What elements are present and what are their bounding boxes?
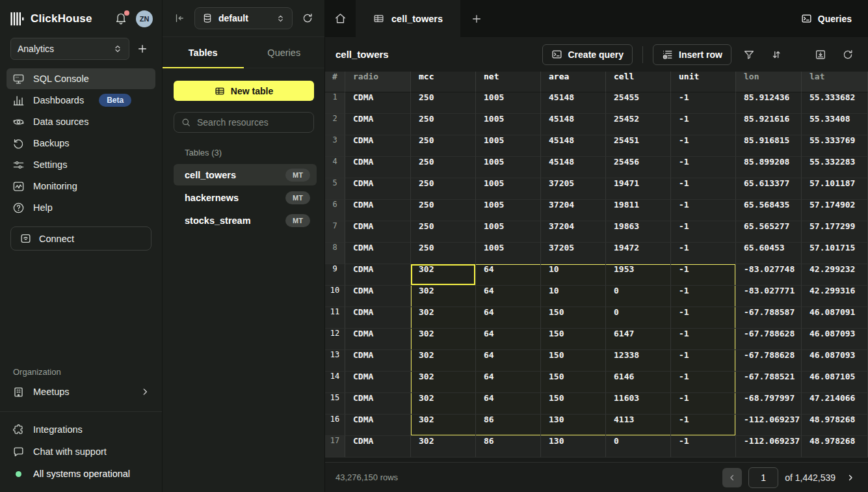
cell-area-row15[interactable]: 150 xyxy=(541,393,606,415)
column-header-cell[interactable]: cell xyxy=(606,72,671,92)
cell-cell-row1[interactable]: 25455 xyxy=(606,92,671,114)
cell-net-row4[interactable]: 1005 xyxy=(476,157,541,178)
row-number[interactable]: 5 xyxy=(325,178,345,200)
cell-unit-row10[interactable]: -1 xyxy=(671,286,736,307)
cell-lat-row3[interactable]: 55.333769 xyxy=(802,135,868,157)
cell-net-row16[interactable]: 86 xyxy=(476,415,541,436)
cell-mcc-row4[interactable]: 250 xyxy=(411,157,476,178)
cell-lon-row1[interactable]: 85.912436 xyxy=(736,92,802,114)
notifications-bell-icon[interactable] xyxy=(114,12,129,26)
cell-area-row12[interactable]: 150 xyxy=(541,329,606,350)
cell-net-row15[interactable]: 64 xyxy=(476,393,541,415)
sidebar-item-sql-console[interactable]: SQL Console xyxy=(7,68,155,89)
cell-radio-row1[interactable]: CDMA xyxy=(345,92,411,114)
row-number[interactable]: 1 xyxy=(325,92,345,114)
cell-lon-row4[interactable]: 85.899208 xyxy=(736,157,802,178)
cell-area-row7[interactable]: 37204 xyxy=(541,221,606,243)
cell-radio-row7[interactable]: CDMA xyxy=(345,221,411,243)
cell-net-row6[interactable]: 1005 xyxy=(476,200,541,221)
cell-cell-row6[interactable]: 19811 xyxy=(606,200,671,221)
cell-cell-row3[interactable]: 25451 xyxy=(606,135,671,157)
tab-cell-towers[interactable]: cell_towers xyxy=(356,0,460,37)
cell-lat-row16[interactable]: 48.978268 xyxy=(802,415,868,436)
active-cell[interactable]: 302 xyxy=(411,264,476,286)
cell-lat-row2[interactable]: 55.33408 xyxy=(802,114,868,135)
cell-cell-row12[interactable]: 6147 xyxy=(606,329,671,350)
cell-unit-row16[interactable]: -1 xyxy=(671,415,736,436)
cell-lon-row16[interactable]: -112.069237 xyxy=(736,415,802,436)
cell-lat-row8[interactable]: 57.101715 xyxy=(802,243,868,264)
cell-net-row8[interactable]: 1005 xyxy=(476,243,541,264)
sort-icon[interactable] xyxy=(767,45,786,64)
tab-queries[interactable]: Queries xyxy=(244,37,325,68)
row-number[interactable]: 14 xyxy=(325,372,345,393)
column-header-unit[interactable]: unit xyxy=(671,72,736,92)
cell-mcc-row1[interactable]: 250 xyxy=(411,92,476,114)
cell-net-row12[interactable]: 64 xyxy=(476,329,541,350)
cell-unit-row14[interactable]: -1 xyxy=(671,372,736,393)
cell-lat-row5[interactable]: 57.101187 xyxy=(802,178,868,200)
cell-mcc-row5[interactable]: 250 xyxy=(411,178,476,200)
cell-area-row6[interactable]: 37204 xyxy=(541,200,606,221)
cell-lat-row11[interactable]: 46.087091 xyxy=(802,307,868,329)
cell-radio-row17[interactable]: CDMA xyxy=(345,436,411,458)
cell-unit-row13[interactable]: -1 xyxy=(671,350,736,372)
cell-area-row4[interactable]: 45148 xyxy=(541,157,606,178)
cell-lat-row6[interactable]: 57.174902 xyxy=(802,200,868,221)
new-table-button[interactable]: New table xyxy=(174,81,314,101)
cell-cell-row8[interactable]: 19472 xyxy=(606,243,671,264)
row-number[interactable]: 16 xyxy=(325,415,345,436)
cell-net-row3[interactable]: 1005 xyxy=(476,135,541,157)
cell-mcc-row14[interactable]: 302 xyxy=(411,372,476,393)
row-number[interactable]: 12 xyxy=(325,329,345,350)
cell-cell-row14[interactable]: 6146 xyxy=(606,372,671,393)
cell-net-row7[interactable]: 1005 xyxy=(476,221,541,243)
table-item-hackernews[interactable]: hackernews MT xyxy=(174,187,317,208)
cell-net-row9[interactable]: 64 xyxy=(476,264,541,286)
cell-lat-row14[interactable]: 46.087105 xyxy=(802,372,868,393)
cell-cell-row11[interactable]: 0 xyxy=(606,307,671,329)
cell-area-row8[interactable]: 37205 xyxy=(541,243,606,264)
cell-net-row2[interactable]: 1005 xyxy=(476,114,541,135)
cell-lon-row6[interactable]: 65.568435 xyxy=(736,200,802,221)
cell-area-row5[interactable]: 37205 xyxy=(541,178,606,200)
row-number[interactable]: 6 xyxy=(325,200,345,221)
sidebar-item-backups[interactable]: Backups xyxy=(7,133,155,154)
cell-unit-row12[interactable]: -1 xyxy=(671,329,736,350)
cell-lat-row12[interactable]: 46.087093 xyxy=(802,329,868,350)
cell-cell-row4[interactable]: 25456 xyxy=(606,157,671,178)
queries-button[interactable]: Queries xyxy=(785,0,868,37)
cell-unit-row5[interactable]: -1 xyxy=(671,178,736,200)
cell-mcc-row10[interactable]: 302 xyxy=(411,286,476,307)
sidebar-item-settings[interactable]: Settings xyxy=(7,154,155,175)
cell-radio-row9[interactable]: CDMA xyxy=(345,264,411,286)
cell-lon-row2[interactable]: 85.921616 xyxy=(736,114,802,135)
search-input[interactable] xyxy=(197,117,315,128)
column-header-lat[interactable]: lat xyxy=(802,72,868,92)
row-number[interactable]: 8 xyxy=(325,243,345,264)
add-service-button[interactable] xyxy=(137,44,151,54)
sidebar-item-chat-support[interactable]: Chat with support xyxy=(7,441,155,462)
cell-area-row13[interactable]: 150 xyxy=(541,350,606,372)
cell-lon-row8[interactable]: 65.60453 xyxy=(736,243,802,264)
cell-radio-row4[interactable]: CDMA xyxy=(345,157,411,178)
cell-cell-row13[interactable]: 12338 xyxy=(606,350,671,372)
cell-net-row10[interactable]: 64 xyxy=(476,286,541,307)
cell-net-row14[interactable]: 64 xyxy=(476,372,541,393)
cell-radio-row16[interactable]: CDMA xyxy=(345,415,411,436)
prev-page-button[interactable] xyxy=(722,468,742,487)
cell-net-row5[interactable]: 1005 xyxy=(476,178,541,200)
column-header-area[interactable]: area xyxy=(541,72,606,92)
cell-area-row2[interactable]: 45148 xyxy=(541,114,606,135)
row-number[interactable]: 11 xyxy=(325,307,345,329)
cell-lon-row5[interactable]: 65.613377 xyxy=(736,178,802,200)
cell-net-row11[interactable]: 64 xyxy=(476,307,541,329)
cell-lat-row7[interactable]: 57.177299 xyxy=(802,221,868,243)
cell-cell-row15[interactable]: 11603 xyxy=(606,393,671,415)
column-header-radio[interactable]: radio xyxy=(345,72,411,92)
sidebar-item-integrations[interactable]: Integrations xyxy=(7,419,155,440)
cell-area-row9[interactable]: 10 xyxy=(541,264,606,286)
database-selector[interactable]: default xyxy=(194,7,293,29)
cell-lat-row1[interactable]: 55.333682 xyxy=(802,92,868,114)
sidebar-item-dashboards[interactable]: Dashboards Beta xyxy=(7,90,155,111)
